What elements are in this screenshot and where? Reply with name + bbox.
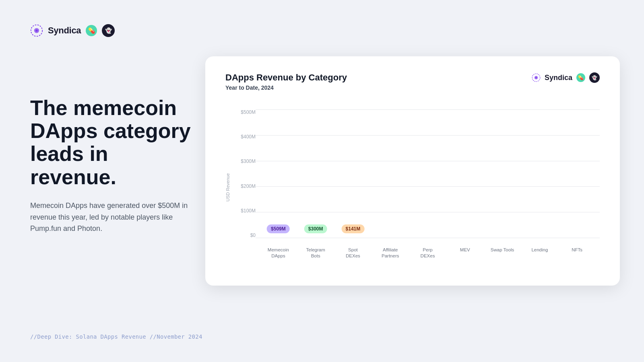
y-label-200: $200M <box>233 183 256 189</box>
y-axis-title: USD Revenue <box>225 102 233 259</box>
sub-text: Memecoin DApps have generated over $500M… <box>30 200 199 234</box>
y-label-400: $400M <box>233 134 256 140</box>
left-content: The memecoin DApps category leads in rev… <box>30 97 199 234</box>
bar-bubble-telegram: $300M <box>304 224 327 233</box>
x-label-telegram: TelegramBots <box>297 247 334 259</box>
chart-ghost-icon: 👻 <box>589 72 600 83</box>
chart-titles: DApps Revenue by Category Year to Date, … <box>225 72 347 91</box>
pill-icon: 💊 <box>86 25 97 36</box>
x-labels: MemecoinDApps TelegramBots SpotDEXes Aff… <box>256 247 600 259</box>
bars-container: $509M $300M $141M <box>256 109 600 238</box>
footer-text: //Deep Dive: Solana DApps Revenue //Nove… <box>30 333 202 340</box>
chart-title: DApps Revenue by Category <box>225 72 347 83</box>
x-label-mev: MEV <box>446 247 484 259</box>
x-label-affiliate: AffiliatePartners <box>372 247 409 259</box>
svg-point-2 <box>35 29 37 31</box>
header: Syndica 💊 👻 <box>30 24 115 37</box>
chart-syndica-logo-icon <box>532 73 541 82</box>
chart-header: DApps Revenue by Category Year to Date, … <box>225 72 600 91</box>
main-heading: The memecoin DApps category leads in rev… <box>30 97 199 189</box>
x-label-swap: Swap Tools <box>484 247 521 259</box>
x-label-spot: SpotDEXes <box>334 247 372 259</box>
x-label-memecoin: MemecoinDApps <box>260 247 297 259</box>
y-axis-labels: $500M $400M $300M $200M $100M $0 <box>233 102 256 259</box>
chart-inner: $509M $300M $141M <box>256 102 600 259</box>
bar-bubble-spot: $141M <box>342 224 365 233</box>
x-label-lending: Lending <box>521 247 558 259</box>
chart-pill-icon: 💊 <box>576 73 585 82</box>
logo-text: Syndica <box>48 25 81 36</box>
y-label-500: $500M <box>233 109 256 115</box>
chart-subtitle: Year to Date, 2024 <box>225 84 347 91</box>
svg-point-5 <box>535 77 537 78</box>
bar-bubble-memecoin: $509M <box>267 224 290 233</box>
chart-logo-text: Syndica <box>545 74 572 82</box>
y-label-300: $300M <box>233 158 256 164</box>
chart-card: DApps Revenue by Category Year to Date, … <box>205 56 620 286</box>
y-label-100: $100M <box>233 208 256 214</box>
x-label-nfts: NFTs <box>558 247 596 259</box>
x-label-perp: PerpDEXes <box>409 247 446 259</box>
syndica-logo-icon <box>30 24 43 37</box>
chart-logo-area: Syndica 💊 👻 <box>532 72 600 83</box>
y-label-0: $0 <box>233 232 256 238</box>
chart-area: USD Revenue $500M $400M $300M $200M $100… <box>225 102 600 259</box>
ghost-icon: 👻 <box>102 24 115 37</box>
